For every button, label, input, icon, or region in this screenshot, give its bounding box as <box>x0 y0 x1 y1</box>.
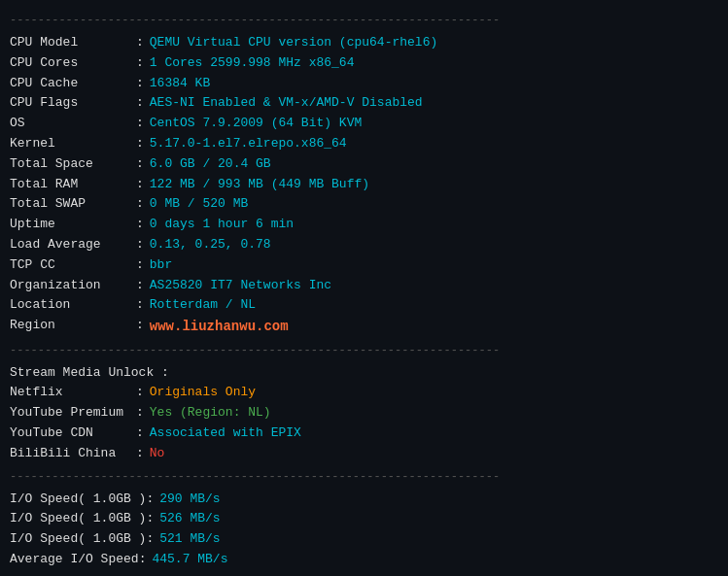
total-space-label: Total Space <box>10 154 136 175</box>
cpu-cores-row: CPU Cores : 1 Cores 2599.998 MHz x86_64 <box>10 53 718 74</box>
uptime-value: 0 days 1 hour 6 min <box>150 215 294 235</box>
cpu-cores-label: CPU Cores <box>10 53 136 74</box>
cpu-model-row: CPU Model : QEMU Virtual CPU version (cp… <box>10 33 718 53</box>
total-swap-row: Total SWAP : 0 MB / 520 MB <box>10 194 718 215</box>
io-speed-2-row: I/O Speed( 1.0GB ) : 526 MB/s <box>10 509 718 529</box>
divider-2: ----------------------------------------… <box>10 344 718 357</box>
top-divider: ----------------------------------------… <box>10 14 718 27</box>
os-label: OS <box>10 114 136 134</box>
youtube-cdn-row: YouTube CDN : Associated with EPIX <box>10 424 718 444</box>
netflix-label: Netflix <box>10 383 136 403</box>
total-swap-label: Total SWAP <box>10 194 136 215</box>
stream-media-header: Stream Media Unlock : <box>10 363 169 384</box>
cpu-flags-label: CPU Flags <box>10 93 136 114</box>
load-average-value: 0.13, 0.25, 0.78 <box>150 235 271 255</box>
terminal-output: ----------------------------------------… <box>10 14 718 576</box>
io-speed-3-row: I/O Speed( 1.0GB ) : 521 MB/s <box>10 529 718 550</box>
cpu-model-value: QEMU Virtual CPU version (cpu64-rhel6) <box>150 33 437 53</box>
io-speed-2-value: 526 MB/s <box>159 509 220 529</box>
youtube-premium-row: YouTube Premium : Yes (Region: NL) <box>10 403 718 424</box>
cpu-cores-value: 1 Cores 2599.998 MHz x86_64 <box>150 53 355 74</box>
region-label: Region <box>10 316 136 337</box>
os-value: CentOS 7.9.2009 (64 Bit) KVM <box>150 114 362 134</box>
total-space-row: Total Space : 6.0 GB / 20.4 GB <box>10 154 718 175</box>
netflix-row: Netflix : Originals Only <box>10 383 718 403</box>
kernel-row: Kernel : 5.17.0-1.el7.elrepo.x86_64 <box>10 134 718 154</box>
total-ram-value: 122 MB / 993 MB (449 MB Buff) <box>150 175 369 195</box>
total-space-value: 6.0 GB / 20.4 GB <box>150 154 271 175</box>
cpu-cache-label: CPU Cache <box>10 74 136 94</box>
youtube-premium-value: Yes (Region: NL) <box>150 403 271 424</box>
netflix-value: Originals Only <box>150 383 256 403</box>
load-average-label: Load Average <box>10 235 136 255</box>
avg-io-speed-value: 445.7 MB/s <box>152 550 227 570</box>
cpu-model-label: CPU Model <box>10 33 136 53</box>
bilibili-label: BiliBili China <box>10 444 136 464</box>
tcp-cc-value: bbr <box>150 255 172 276</box>
total-swap-value: 0 MB / 520 MB <box>150 194 248 215</box>
bilibili-value: No <box>150 444 165 464</box>
stream-media-header-row: Stream Media Unlock : <box>10 363 718 384</box>
avg-io-speed-row: Average I/O Speed : 445.7 MB/s <box>10 550 718 570</box>
kernel-label: Kernel <box>10 134 136 154</box>
organization-value: AS25820 IT7 Networks Inc <box>150 276 331 296</box>
tcp-cc-row: TCP CC : bbr <box>10 255 718 276</box>
io-speed-1-value: 290 MB/s <box>159 490 220 510</box>
cpu-cache-value: 16384 KB <box>150 74 210 94</box>
cpu-cache-row: CPU Cache : 16384 KB <box>10 74 718 94</box>
os-row: OS : CentOS 7.9.2009 (64 Bit) KVM <box>10 114 718 134</box>
io-speed-2-label: I/O Speed( 1.0GB ) <box>10 509 146 529</box>
kernel-value: 5.17.0-1.el7.elrepo.x86_64 <box>150 134 347 154</box>
io-speed-1-label: I/O Speed( 1.0GB ) <box>10 490 146 510</box>
io-speed-3-label: I/O Speed( 1.0GB ) <box>10 529 146 550</box>
io-speed-1-row: I/O Speed( 1.0GB ) : 290 MB/s <box>10 490 718 510</box>
total-ram-row: Total RAM : 122 MB / 993 MB (449 MB Buff… <box>10 175 718 195</box>
region-row: Region : www.liuzhanwu.com <box>10 316 718 337</box>
youtube-premium-label: YouTube Premium <box>10 403 136 424</box>
location-value: Rotterdam / NL <box>150 295 256 316</box>
region-value: www.liuzhanwu.com <box>150 316 289 337</box>
location-label: Location <box>10 295 136 316</box>
uptime-row: Uptime : 0 days 1 hour 6 min <box>10 215 718 235</box>
io-speed-section: I/O Speed( 1.0GB ) : 290 MB/s I/O Speed(… <box>10 490 718 570</box>
avg-io-speed-label: Average I/O Speed <box>10 550 139 570</box>
divider-3: ----------------------------------------… <box>10 470 718 484</box>
cpu-flags-value: AES-NI Enabled & VM-x/AMD-V Disabled <box>150 93 423 114</box>
bilibili-row: BiliBili China : No <box>10 444 718 464</box>
organization-row: Organization : AS25820 IT7 Networks Inc <box>10 276 718 296</box>
organization-label: Organization <box>10 276 136 296</box>
io-speed-3-value: 521 MB/s <box>159 529 220 550</box>
youtube-cdn-label: YouTube CDN <box>10 424 136 444</box>
total-ram-label: Total RAM <box>10 175 136 195</box>
cpu-flags-row: CPU Flags : AES-NI Enabled & VM-x/AMD-V … <box>10 93 718 114</box>
system-info-section: CPU Model : QEMU Virtual CPU version (cp… <box>10 33 718 338</box>
stream-media-section: Stream Media Unlock : Netflix : Original… <box>10 363 718 464</box>
location-row: Location : Rotterdam / NL <box>10 295 718 316</box>
youtube-cdn-value: Associated with EPIX <box>150 424 301 444</box>
uptime-label: Uptime <box>10 215 136 235</box>
tcp-cc-label: TCP CC <box>10 255 136 276</box>
load-average-row: Load Average : 0.13, 0.25, 0.78 <box>10 235 718 255</box>
